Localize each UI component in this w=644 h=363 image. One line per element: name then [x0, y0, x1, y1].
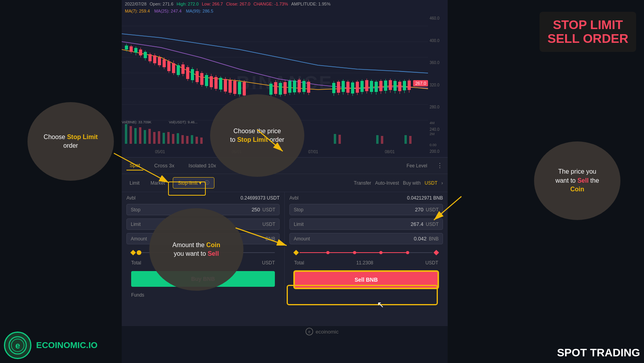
sell-limit-input[interactable]: Limit USDT [289, 218, 443, 230]
svg-rect-14 [139, 50, 142, 55]
buy-amount-currency: BNB [265, 236, 275, 242]
svg-text:e: e [308, 330, 311, 334]
sell-bnb-button[interactable]: Sell BNB [294, 271, 438, 288]
sell-slider-start[interactable] [293, 250, 299, 255]
svg-rect-34 [186, 67, 189, 79]
svg-rect-96 [375, 82, 378, 92]
svg-rect-68 [288, 81, 291, 93]
svg-rect-131 [338, 135, 341, 144]
sell-amount-currency: BNB [429, 236, 439, 242]
svg-rect-32 [181, 64, 185, 74]
svg-rect-60 [269, 84, 273, 95]
chart-ma: MA(7): 259.4 MA(25): 247.4 MA(99): 286.5 [122, 8, 448, 14]
limit-order-btn[interactable]: Limit [126, 179, 143, 187]
bottom-branding: e ECOINOMIC.IO [4, 332, 97, 359]
sell-column: Avbl 0.04212971 BNB Stop USDT Limit USDT… [285, 192, 448, 303]
buy-with-currency[interactable]: USDT [424, 180, 437, 186]
svg-rect-135 [409, 136, 412, 144]
svg-rect-94 [370, 81, 373, 92]
sell-amount-label: Amount [294, 236, 313, 242]
spot-trading-label: SPOT TRADING [557, 346, 640, 359]
svg-rect-84 [346, 82, 349, 93]
svg-rect-104 [393, 81, 397, 91]
logo-icon: e [4, 332, 31, 359]
sell-stop-currency: USDT [426, 207, 439, 213]
market-order-btn[interactable]: Market [147, 179, 168, 187]
svg-rect-26 [167, 61, 170, 71]
bubble-center-text2: order [268, 136, 284, 143]
sell-amount-value[interactable] [313, 236, 426, 242]
stop-limit-title-line1: STOP LIMIT [547, 18, 628, 32]
sell-limit-value[interactable] [313, 221, 423, 227]
bubble-bottom-highlight2: Sell [208, 250, 219, 257]
site-name-label: ECOINOMIC.IO [36, 340, 97, 350]
tab-cross3x[interactable]: Cross 3x [151, 161, 177, 170]
svg-rect-113 [134, 128, 137, 144]
svg-rect-119 [163, 133, 165, 144]
svg-text:Vol(BNB): 33.709K: Vol(BNB): 33.709K [122, 120, 152, 124]
svg-rect-110 [408, 81, 411, 90]
annotation-bubble-bottom: Amount the Coin you want to Sell [149, 208, 243, 291]
sell-stop-input[interactable]: Stop USDT [289, 204, 443, 215]
buy-total-currency: USDT [262, 260, 275, 266]
transfer-btn[interactable]: Transfer [354, 180, 371, 186]
watermark-icon: e [306, 328, 313, 336]
svg-rect-16 [144, 52, 147, 58]
dropdown-icon: ▾ [199, 180, 201, 186]
mouse-cursor: ↖ [377, 300, 384, 310]
sell-stop-value[interactable] [313, 207, 423, 213]
svg-rect-54 [233, 81, 236, 94]
buy-total-label: Total [131, 260, 141, 266]
svg-rect-44 [210, 76, 213, 87]
sell-slider-end[interactable] [434, 250, 439, 255]
buy-funds-label: Funds [131, 292, 144, 298]
svg-rect-118 [158, 131, 160, 144]
buy-stop-currency: USDT [262, 207, 275, 213]
buy-slider-thumb[interactable] [137, 250, 141, 255]
buy-slider-start[interactable] [130, 250, 136, 255]
buy-limit-currency: USDT [262, 222, 275, 227]
sell-total-label: Total [294, 260, 304, 266]
svg-text:Vol(USDT): 9.46...: Vol(USDT): 9.46... [169, 120, 198, 124]
svg-rect-70 [293, 81, 296, 92]
svg-rect-24 [163, 59, 166, 67]
sell-action-row: Sell BNB [289, 268, 443, 292]
svg-rect-125 [191, 135, 193, 144]
svg-rect-78 [332, 83, 335, 93]
chart-close: Close: 267.0 [226, 2, 251, 6]
info-icon: ⓘ [205, 180, 209, 186]
svg-rect-20 [153, 55, 156, 63]
svg-rect-111 [125, 124, 127, 144]
stop-limit-btn[interactable]: Stop-limit ▾ ⓘ [173, 177, 214, 189]
order-type-row: Limit Market Stop-limit ▾ ⓘ Transfer Aut… [122, 174, 448, 192]
fee-level[interactable]: Fee Level [406, 163, 427, 169]
sell-slider-row [289, 248, 443, 258]
bubble-right-text2: the [589, 177, 599, 184]
svg-rect-56 [238, 82, 241, 94]
sell-amount-input[interactable]: Amount BNB [289, 233, 443, 244]
stop-limit-title-line2: SELL ORDER [547, 32, 628, 46]
sell-slider-track[interactable] [300, 252, 433, 253]
svg-rect-117 [153, 132, 156, 144]
svg-rect-124 [186, 136, 188, 144]
svg-rect-38 [196, 71, 199, 82]
tab-isolated10x[interactable]: Isolated 10x [185, 161, 219, 170]
annotation-bubble-left: Choose Stop Limit order [27, 102, 114, 181]
auto-invest-btn[interactable]: Auto-Invest [375, 180, 399, 186]
stop-limit-label-box: STOP LIMIT SELL ORDER [540, 12, 636, 52]
more-options-icon[interactable]: ⋮ [437, 162, 443, 169]
bubble-left-text2: order [63, 142, 78, 149]
bubble-right-highlight: Sell [577, 177, 588, 184]
buy-funds-row: Funds [126, 290, 280, 300]
tab-spot[interactable]: Spot [126, 161, 143, 170]
svg-rect-98 [379, 81, 382, 91]
svg-rect-100 [384, 81, 387, 91]
buy-with-arrow[interactable]: › [441, 180, 443, 186]
buy-with-label: Buy with [403, 180, 421, 186]
right-actions: Transfer Auto-Invest Buy with USDT › [354, 180, 443, 186]
buy-avbl-row: Avbl 0.24699373 USDT [126, 195, 280, 201]
chart-date: 2022/07/28 [125, 2, 146, 6]
svg-rect-134 [404, 135, 407, 144]
svg-rect-106 [398, 82, 401, 91]
svg-rect-86 [351, 82, 354, 94]
